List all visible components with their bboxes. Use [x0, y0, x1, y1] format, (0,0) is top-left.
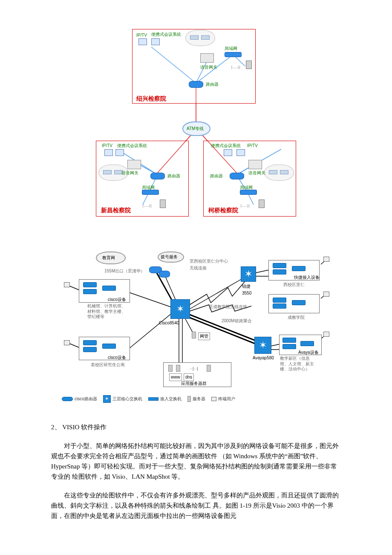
svg-line-30 — [69, 343, 79, 347]
svg-line-29 — [69, 286, 79, 290]
acc-sw-icon-15 — [300, 341, 314, 346]
pc-icon — [64, 282, 70, 287]
diagram-topology-2: 教育网 155M出口（至清华） 拨号服务 ✶ Cisco8540 至西校区里仁分… — [62, 247, 330, 405]
dial-router-icon — [159, 271, 170, 278]
server-icon-a — [168, 365, 173, 372]
voice-gw-label-1: 语音网关 — [200, 64, 217, 71]
paragraph-1: 对于小型、简单的网络拓扑结构可能比较好画，因为其中涉及到的网络设备可能不是很多，… — [51, 441, 341, 482]
ellipsis-2: |....|| — [143, 202, 152, 208]
agg-label: 2000M链路聚合 — [222, 318, 252, 324]
lan-label-3: 局域网 — [240, 184, 253, 191]
acc-sw-icon-5 — [83, 347, 97, 352]
legend-router: cisco路由器 — [62, 396, 97, 402]
site3-name: 柯桥检察院 — [208, 205, 238, 215]
voice-gw-icon — [200, 53, 214, 63]
acc-sw-icon-6 — [102, 344, 116, 349]
legend-access: 接入交换机 — [148, 396, 182, 402]
legend-pc-label: 终端用户 — [218, 396, 235, 402]
acc-sw-icon-12 — [292, 300, 306, 305]
legend-router-label: cisco路由器 — [75, 396, 97, 402]
ellipsis-1: |....|| — [231, 64, 240, 70]
core-label: Cisco8540 — [159, 320, 179, 327]
site2-name: 新昌检察院 — [101, 205, 131, 215]
acc-sw-icon-7 — [273, 263, 286, 268]
lan-label-2: 局域网 — [142, 184, 155, 191]
pc-icon-5 — [323, 332, 329, 337]
legend-core-label: 三层核心交换机 — [112, 396, 142, 402]
block2-dev: cisco设备 — [108, 354, 126, 361]
router-icon-3 — [230, 173, 244, 179]
legend-server: 服务器 — [187, 396, 205, 402]
server-icon-legend — [187, 396, 191, 402]
iptv-pc-icon-3 — [236, 149, 245, 156]
acc-sw-icon-8 — [273, 269, 286, 275]
uplink-label: 155M出口（至清华） — [104, 268, 145, 275]
avaya-label: Avayap580 — [253, 355, 274, 361]
acc-sw-icon-9 — [292, 266, 306, 271]
wireless1-label: 至西校区里仁分中心 无线连接 — [190, 258, 228, 272]
server-farm-caption: 应用服务器群 — [181, 380, 207, 387]
legend-pc: 终端用户 — [211, 396, 235, 402]
voice-gw-label-2: 语音网关 — [121, 170, 138, 176]
acc-sw-icon-10 — [273, 298, 286, 303]
star-icon: ✶ — [176, 304, 184, 314]
server-cloud-icon — [185, 30, 215, 46]
laptop-icon — [151, 38, 160, 45]
block1-caption: 机械馆、计算机馆、 材料馆、教学主楼、 世纪楼等 — [87, 304, 126, 320]
server-icon-3 — [259, 199, 265, 208]
acc-sw-icon-11 — [273, 304, 286, 309]
ruijie-icon: ✶ — [241, 266, 256, 282]
dial-label: 拨号服务 — [161, 254, 178, 260]
laptop-icon-2 — [115, 149, 124, 156]
lan-switch-icon — [225, 52, 242, 57]
legend-access-label: 接入交换机 — [160, 396, 182, 402]
block5-caption: 教学新区（信息 馆、人文馆、新主 楼、活动中心） — [280, 356, 314, 372]
section-title: 2、 VISIO 软件操作 — [51, 422, 341, 432]
core-icon-legend: ✶ — [103, 395, 111, 403]
block1-dev: cisco设备 — [108, 296, 126, 303]
portable-label-3: 便携式会议系统 — [211, 142, 241, 149]
star-icon-2: ✶ — [245, 269, 252, 279]
legend: cisco路由器 ✶三层核心交换机 接入交换机 服务器 终端用户 — [62, 393, 330, 405]
server-icon-c — [207, 365, 211, 372]
legend-server-label: 服务器 — [193, 396, 205, 402]
legend-core: ✶三层核心交换机 — [103, 395, 142, 403]
ruijie-label: 锐捷 3550 — [242, 283, 251, 297]
atm-label: ATM专线 — [187, 125, 204, 132]
acc-sw-icon — [83, 282, 97, 287]
voice-gw-icon-3 — [248, 160, 262, 169]
server-ellipsis: ··|··| — [190, 366, 199, 372]
iptv-pc-icon — [138, 38, 147, 45]
router-label-1: 路由器 — [206, 81, 219, 88]
edu-label: 教育网 — [102, 254, 115, 261]
site1-name: 绍兴检察院 — [136, 94, 166, 103]
star-icon-3: ✶ — [259, 341, 267, 350]
lan-label-1: 局域网 — [225, 45, 237, 52]
diagram-topology-1: ATM专线 绍兴检察院 IP/TV 便携式会议系统 语音网关 路由器 局域网 |… — [96, 21, 296, 226]
server-icon-b — [176, 365, 180, 372]
ellipsis-3: |....|| — [241, 202, 250, 208]
pc-icon-4 — [323, 292, 329, 297]
router-icon-legend — [62, 397, 73, 401]
svg-line-17 — [128, 309, 177, 350]
acc-sw-icon-4 — [83, 340, 97, 345]
block4-caption: 成教学院 — [288, 314, 305, 321]
voice-gw-icon-2 — [127, 160, 141, 169]
wireless2-label: 至成教学院无线连接 — [209, 304, 247, 310]
pc-icon-3 — [323, 257, 329, 262]
iptv-pc-icon-2 — [104, 149, 113, 156]
portable-label-1: 便携式会议系统 — [151, 31, 181, 38]
access-icon-legend — [148, 397, 159, 401]
server-cloud-icon-3 — [264, 165, 294, 181]
acc-sw-icon-14 — [282, 344, 296, 349]
acc-sw-icon-13 — [282, 338, 296, 343]
acc-sw-icon-2 — [83, 289, 97, 294]
netmgmt-server-icon — [192, 332, 196, 338]
www-label: www — [169, 373, 182, 381]
voice-gw-label-3: 语音网关 — [248, 170, 265, 176]
pc-icon-2 — [64, 340, 70, 345]
server-icon-2 — [160, 199, 166, 208]
core-switch-icon: ✶ — [170, 299, 190, 319]
block3-caption: 西校区里仁 — [283, 281, 305, 288]
block3-dev: 快捷接入设备 — [294, 274, 320, 281]
